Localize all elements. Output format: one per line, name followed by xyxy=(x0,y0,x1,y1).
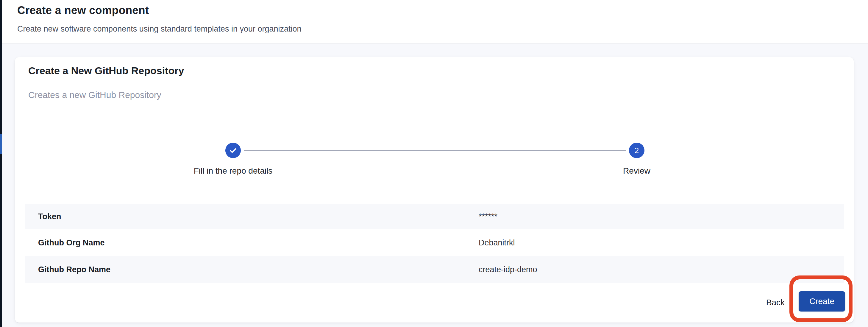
step-2-label: Review xyxy=(577,166,696,176)
review-row-label: Github Repo Name xyxy=(38,265,479,274)
template-wizard-card: Create a New GitHub Repository Creates a… xyxy=(15,57,854,323)
review-row-value: ****** xyxy=(479,212,497,221)
step-1-completed-circle xyxy=(225,143,241,158)
card-title: Create a New GitHub Repository xyxy=(28,65,184,77)
back-button[interactable]: Back xyxy=(757,295,793,310)
step-2-number: 2 xyxy=(634,146,639,155)
create-button[interactable]: Create xyxy=(799,291,845,311)
table-row: Token ****** xyxy=(25,204,844,229)
review-row-value: Debanitrkl xyxy=(479,238,515,247)
table-row: Github Repo Name create-idp-demo xyxy=(25,256,844,283)
page-subtitle: Create new software components using sta… xyxy=(17,24,302,34)
check-icon xyxy=(228,146,238,155)
review-row-value: create-idp-demo xyxy=(479,265,537,274)
page-header: Create a new component Create new softwa… xyxy=(2,0,868,43)
card-subtitle: Creates a new GitHub Repository xyxy=(28,90,161,100)
page-title: Create a new component xyxy=(17,4,149,17)
review-row-label: Token xyxy=(38,212,479,221)
step-1-label: Fill in the repo details xyxy=(174,166,292,176)
page-body: Create a New GitHub Repository Creates a… xyxy=(2,44,868,327)
stepper-connector-line xyxy=(244,150,626,151)
table-row: Github Org Name Debanitrkl xyxy=(25,229,844,256)
review-row-label: Github Org Name xyxy=(38,238,479,247)
review-table: Token ****** Github Org Name Debanitrkl … xyxy=(25,204,844,283)
step-2-active-circle: 2 xyxy=(629,143,645,158)
